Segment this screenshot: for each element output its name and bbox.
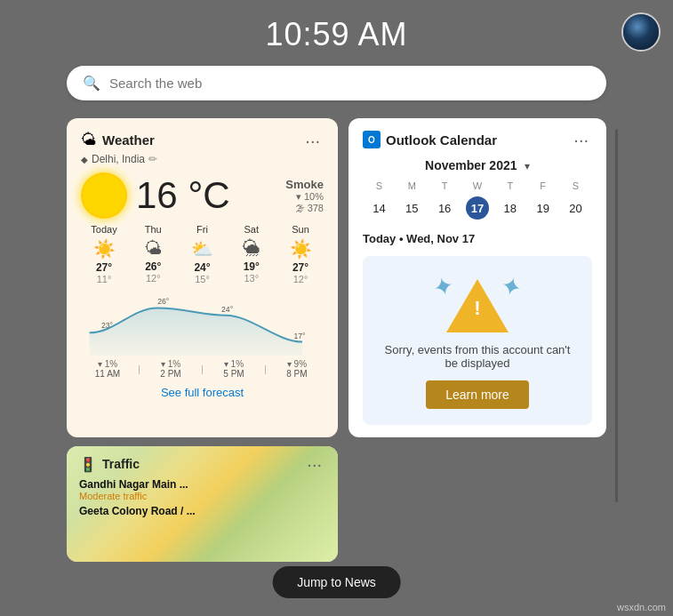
learn-more-button[interactable]: Learn more <box>426 380 529 409</box>
avatar[interactable] <box>621 12 661 52</box>
time-3: 5 PM <box>207 369 260 379</box>
traffic-title-row: 🚦 Traffic <box>79 456 140 473</box>
forecast-sun: Sun ☀️ 27° 12° <box>277 224 324 284</box>
exclamation-icon: ! <box>474 297 480 320</box>
svg-text:24°: 24° <box>221 304 233 313</box>
forecast-row: Today ☀️ 27° 11° Thu 🌤 26° 12° Fri ⛅ 24°… <box>81 224 324 284</box>
cal-header-w: W <box>461 179 494 193</box>
cal-date-16[interactable]: 16 <box>429 193 461 223</box>
watermark: wsxdn.com <box>617 602 666 612</box>
cal-header-m: M <box>396 179 429 193</box>
cal-date-14[interactable]: 14 <box>363 193 396 223</box>
cal-header-s2: S <box>559 179 592 193</box>
hourly-row: ▾ 1% 11 AM | ▾ 1% 2 PM | ▾ 1% 5 PM | ▾ 9… <box>81 359 324 379</box>
error-icon-wrap: ✦ ! ✦ <box>442 272 513 334</box>
sun-icon <box>81 172 127 219</box>
rain-3: ▾ 1% <box>207 359 260 369</box>
vertical-divider <box>615 129 618 502</box>
rain-1: ▾ 1% <box>81 359 134 369</box>
weather-card: 🌤 Weather ··· ◆ Delhi, India ✏ 16 °C Smo… <box>67 118 338 437</box>
table-row: 14 15 16 17 18 19 20 <box>363 193 592 223</box>
error-text: Sorry, events from this account can't be… <box>379 343 576 370</box>
location-label: Delhi, India <box>92 153 145 165</box>
smoke-info: Smoke ▾ 10% 🌫 378 <box>285 178 324 213</box>
cal-date-20[interactable]: 20 <box>559 193 592 223</box>
cal-header-f: F <box>526 179 559 193</box>
time-4: 8 PM <box>270 369 324 379</box>
calendar-header: November 2021 ▾ <box>363 157 592 173</box>
forecast-today: Today ☀️ 27° 11° <box>81 224 127 284</box>
cards-row2: 🚦 Traffic ··· Gandhi Nagar Main ... Mode… <box>0 437 673 562</box>
cal-date-15[interactable]: 15 <box>396 193 429 223</box>
cal-date-17[interactable]: 17 <box>461 193 494 223</box>
cal-header-t1: T <box>429 179 461 193</box>
road1-name: Gandhi Nagar Main ... <box>79 478 325 491</box>
see-forecast-link[interactable]: See full forecast <box>161 386 244 399</box>
bird-right-icon: ✦ <box>498 270 525 304</box>
outlook-card: O Outlook Calendar ··· November 2021 ▾ S… <box>349 118 606 437</box>
location-dot-icon: ◆ <box>81 155 88 164</box>
search-icon: 🔍 <box>83 75 100 92</box>
cal-header-s1: S <box>363 179 396 193</box>
svg-text:26°: 26° <box>157 297 169 306</box>
search-bar-wrap: 🔍 <box>0 53 673 109</box>
see-forecast[interactable]: See full forecast <box>81 384 324 400</box>
calendar-grid: S M T W T F S 14 15 16 17 18 19 20 <box>363 179 592 223</box>
traffic-header: 🚦 Traffic ··· <box>79 455 325 473</box>
error-area: ✦ ! ✦ Sorry, events from this account ca… <box>363 256 592 425</box>
traffic-card: 🚦 Traffic ··· Gandhi Nagar Main ... Mode… <box>67 446 338 562</box>
time-2: 2 PM <box>144 369 197 379</box>
traffic-roads: Gandhi Nagar Main ... Moderate traffic G… <box>79 478 325 517</box>
jump-to-news-button[interactable]: Jump to News <box>272 566 401 598</box>
road1-status: Moderate traffic <box>79 491 325 501</box>
traffic-overlay: 🚦 Traffic ··· Gandhi Nagar Main ... Mode… <box>67 446 338 526</box>
smoke-label: Smoke <box>285 178 324 191</box>
traffic-title: Traffic <box>102 457 140 471</box>
humidity: ▾ 10% <box>285 191 324 203</box>
calendar-dropdown-icon[interactable]: ▾ <box>525 160 530 172</box>
cal-header-t2: T <box>493 179 526 193</box>
traffic-icon: 🚦 <box>79 456 97 473</box>
weather-main: 16 °C Smoke ▾ 10% 🌫 378 <box>81 172 324 219</box>
outlook-icon: O <box>363 131 381 148</box>
forecast-sat: Sat 🌦 19° 13° <box>228 224 275 284</box>
weather-more-button[interactable]: ··· <box>301 132 324 149</box>
today-label: Today • Wed, Nov 17 <box>363 232 592 245</box>
forecast-fri: Fri ⛅ 24° 15° <box>180 224 226 284</box>
calendar-month: November 2021 <box>425 158 517 172</box>
time-display: 10:59 AM <box>0 0 673 53</box>
cal-date-18[interactable]: 18 <box>493 193 526 223</box>
aqi: 🌫 378 <box>285 203 324 213</box>
rain-2: ▾ 1% <box>144 359 197 369</box>
outlook-more-button[interactable]: ··· <box>570 131 592 148</box>
weather-brand-icon: 🌤 <box>81 131 97 149</box>
outlook-title: Outlook Calendar <box>386 132 497 148</box>
traffic-more-button[interactable]: ··· <box>303 455 325 473</box>
road2-name: Geeta Colony Road / ... <box>79 505 325 517</box>
cards-row: 🌤 Weather ··· ◆ Delhi, India ✏ 16 °C Smo… <box>0 109 673 437</box>
search-input[interactable] <box>109 76 590 91</box>
time-1: 11 AM <box>81 369 134 379</box>
svg-text:17°: 17° <box>293 332 305 340</box>
temperature: 16 °C <box>136 174 230 217</box>
cal-date-19[interactable]: 19 <box>526 193 559 223</box>
temperature-chart: 23° 26° 24° 17° <box>81 292 324 356</box>
search-bar[interactable]: 🔍 <box>67 66 606 100</box>
forecast-thu: Thu 🌤 26° 12° <box>130 224 176 284</box>
rain-4: ▾ 9% <box>270 359 324 369</box>
weather-title: Weather <box>102 132 155 148</box>
edit-icon[interactable]: ✏ <box>148 153 157 165</box>
location-row: ◆ Delhi, India ✏ <box>81 153 324 165</box>
